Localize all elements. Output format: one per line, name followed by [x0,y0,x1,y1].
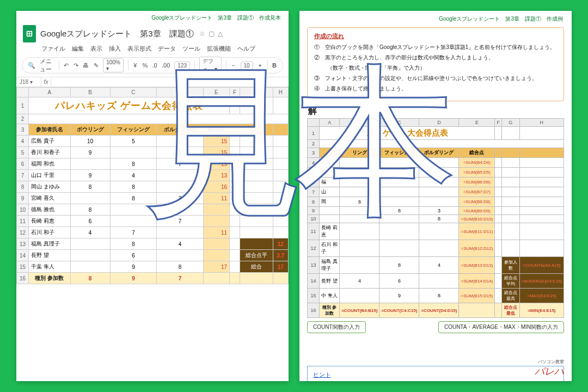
table-row: 15中 隼人98=SUM(B15:D15)総合点最高=MAX(E4:E15) [308,289,564,303]
undo-icon[interactable]: ↶ [64,61,69,70]
print-icon[interactable]: 🖶 [83,61,89,70]
doc-header: Googleスプレッドシート 第3章 課題① ☆ ▢ △ [16,22,289,44]
col-header[interactable]: H [273,88,288,97]
svg-rect-1 [28,32,29,34]
toolbar-search-label: メニュー [40,57,54,74]
currency-yen-icon[interactable]: ¥ [132,61,138,70]
menu-データ[interactable]: データ [158,45,176,53]
page-header-label: Googleスプレッドシート 第3章 課題① 作成見本 [16,11,289,22]
table-row: 108=SUM(B10:D10) [308,215,564,223]
hint-title: ヒント [313,371,558,379]
font-size-minus[interactable]: − [231,61,236,70]
svg-rect-4 [30,34,32,36]
menu-編集[interactable]: 編集 [72,45,84,53]
flow-step: ① 空白のブックを開き「Googleスプレッドシート第3章課題1」と名前を付けて… [314,44,557,51]
svg-rect-0 [27,31,33,37]
col-header[interactable]: A [29,88,71,97]
table-row[interactable]: 11長崎 莉恵67 [17,216,289,227]
zoom-select[interactable]: 100% ▾ [103,58,124,72]
toolbar: 🔍 メニュー ↶ ↷ 🖶 ✎ 100% ▾ ¥ % .0 .00 123 デフォ… [22,57,283,74]
col-header[interactable]: F [230,88,240,97]
answer-sheet: ABCDEFGH 1ス ゲーム大会得点表 2 3リングフィッシングボルダリング総… [307,118,564,318]
table-row: 5香=SUM(B5:D5) [308,168,564,177]
menu-bar: ファイル編集表示挿入表示形式データツール拡張機能ヘルプ [16,44,289,56]
table-row: 11長崎 莉恵=SUM(B11:D11) [308,223,564,240]
cloud-icon[interactable]: △ [218,30,223,38]
flow-step: ② 黒字のところを入力し、赤字の部分は数式や関数を入力しましょう。 [314,54,557,62]
col-header[interactable] [17,88,29,97]
paint-icon[interactable]: ✎ [93,61,99,70]
svg-rect-2 [30,32,32,34]
brand-logo: パソコン教室 パレハ [535,359,564,378]
font-size-plus[interactable]: + [258,61,263,70]
left-page: Googleスプレッドシート 第3章 課題① 作成見本 Googleスプレッドシ… [16,11,289,381]
callout-agg: COUNTA・AVERAGE・MAX・MIN関数の入力 [438,321,564,333]
redo-icon[interactable]: ↷ [74,61,79,70]
table-row[interactable]: 8岡山 まゆみ8816 [17,181,289,193]
format-123[interactable]: 123 [174,62,190,70]
col-header[interactable]: D [157,88,204,97]
font-size-input[interactable]: 10 [241,62,253,70]
star-icon[interactable]: ☆ [199,30,205,38]
col-header[interactable]: G [240,88,273,97]
search-icon[interactable]: 🔍 [28,61,35,70]
table-row[interactable]: 7山口 千里9413 [17,170,289,181]
table-row: 6福=SUM(B6:D6) [308,177,564,187]
decimal-dec-icon[interactable]: .0 [152,61,157,70]
table-row[interactable]: 9宮崎 喜久8311 [17,193,289,204]
menu-ファイル[interactable]: ファイル [41,45,65,53]
doc-title[interactable]: Googleスプレッドシート 第3章 課題① ☆ ▢ △ [40,29,223,39]
hint-box: ヒント ・複数セルの選択・オートフィル（数式のコピー）を利用するとスピードアップ… [307,366,564,381]
table-row[interactable]: 10徳島 雅也88 [17,204,289,216]
menu-拡張機能[interactable]: 拡張機能 [207,45,231,53]
table-row[interactable]: 5香川 和香子9615 [17,147,289,158]
flow-step: ③ フォント・文字の配置の設定や、セルに罫線や塗りつぶしで色をつけていきましょう… [314,75,557,82]
svg-rect-3 [28,34,29,36]
menu-ツール[interactable]: ツール [182,45,200,53]
table-row: 13福島 真理子84=SUM(B13:D13)参加人数=COUNTA(A4:A1… [308,257,564,274]
menu-表示[interactable]: 表示 [90,45,102,53]
flow-step: （数字・数式・関数は「半角」で入力） [314,64,557,72]
move-icon[interactable]: ▢ [209,30,215,38]
section-heading: 解 [308,106,563,117]
name-box-row: J18 ▾ fx [16,77,289,87]
spreadsheet-grid[interactable]: ABCDEFGH 1パレハキッズ ゲーム大会得点表 2 3参加者氏名ボウリングフ… [16,87,289,284]
col-header[interactable]: E [203,88,229,97]
col-header[interactable]: B [70,88,110,97]
table-row: 7山=SUM(B7:D7) [308,187,564,197]
menu-挿入[interactable]: 挿入 [109,45,121,53]
right-page: Googleスプレッドシート 第3章 課題① 作成例 作成の流れ ① 空白のブッ… [299,11,572,381]
sheets-logo-icon [23,25,36,42]
table-row[interactable]: 4広島 貴子10515 [17,136,289,147]
table-row: 14長野 望46=SUM(B14:D14)総合点平均=AVERAGE(E4:E1… [308,274,564,289]
table-row: 4広島=SUM(B4:D4) [308,158,564,168]
percent-icon[interactable]: % [142,61,148,70]
table-row[interactable]: 12石川 和子4711 [17,227,289,238]
table-row: 8岡8=SUM(B8:D8) [308,197,564,207]
table-row: 983=SUM(B9:D9) [308,207,564,215]
flow-title: 作成の流れ [314,32,557,40]
menu-ヘルプ[interactable]: ヘルプ [237,45,255,53]
flow-box: 作成の流れ ① 空白のブックを開き「Googleスプレッドシート第3章課題1」と… [307,27,564,101]
table-title: ス ゲーム大会得点表 [320,127,495,140]
table-row: 12石川 和子=SUM(B12:D12) [308,240,564,257]
decimal-inc-icon[interactable]: .00 [162,61,170,70]
page-header-label: Googleスプレッドシート 第3章 課題① 作成例 [299,11,572,25]
col-header[interactable]: C [110,88,157,97]
flow-step: ④ 上書き保存して終了しましょう。 [314,85,557,93]
table-row[interactable]: 14長野 望6総合点平3.7 [17,250,289,261]
font-select[interactable]: デフォ… ▾ [199,57,222,74]
fx-icon: fx [41,79,51,85]
name-box[interactable]: J18 ▾ [16,77,41,87]
table-title: パレハキッズ ゲーム大会得点表 [29,97,230,114]
doc-title-text: Googleスプレッドシート 第3章 課題① [40,29,194,39]
table-row[interactable]: 13福島 真理子8412 [17,238,289,250]
bold-icon[interactable]: B [272,61,277,70]
menu-表示形式[interactable]: 表示形式 [127,45,151,53]
table-row[interactable]: 15千葉 隼人9817総合17 [17,261,289,273]
callout-count: COUNT関数の入力 [307,321,366,333]
table-row[interactable]: 6福岡 和也8715 [17,158,289,170]
